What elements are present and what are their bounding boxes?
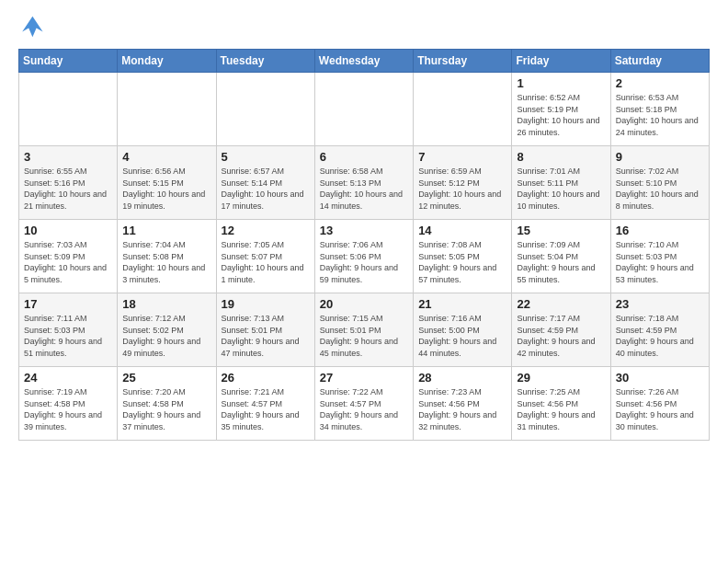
weekday-sunday: Sunday [19, 50, 118, 73]
weekday-friday: Friday [512, 50, 610, 73]
day-number: 23 [616, 297, 704, 311]
weekday-tuesday: Tuesday [216, 50, 314, 73]
calendar-cell [314, 73, 413, 146]
day-info: Sunrise: 7:20 AM Sunset: 4:58 PM Dayligh… [122, 386, 210, 432]
day-number: 27 [320, 371, 408, 385]
logo [18, 14, 48, 40]
day-number: 4 [122, 150, 210, 164]
calendar-cell: 21Sunrise: 7:16 AM Sunset: 5:00 PM Dayli… [414, 293, 512, 367]
day-number: 29 [517, 371, 605, 385]
week-row-3: 10Sunrise: 7:03 AM Sunset: 5:09 PM Dayli… [19, 220, 710, 293]
day-info: Sunrise: 6:59 AM Sunset: 5:12 PM Dayligh… [418, 166, 506, 212]
logo-icon [18, 14, 44, 40]
weekday-thursday: Thursday [414, 50, 512, 73]
day-info: Sunrise: 7:26 AM Sunset: 4:56 PM Dayligh… [616, 386, 704, 432]
day-number: 25 [122, 371, 210, 385]
calendar-table: SundayMondayTuesdayWednesdayThursdayFrid… [18, 49, 710, 441]
calendar-cell [216, 73, 314, 146]
week-row-4: 17Sunrise: 7:11 AM Sunset: 5:03 PM Dayli… [19, 293, 710, 367]
day-info: Sunrise: 7:15 AM Sunset: 5:01 PM Dayligh… [320, 313, 408, 359]
calendar-cell: 30Sunrise: 7:26 AM Sunset: 4:56 PM Dayli… [610, 367, 709, 441]
calendar-cell: 5Sunrise: 6:57 AM Sunset: 5:14 PM Daylig… [216, 146, 314, 220]
day-number: 11 [122, 224, 210, 237]
svg-marker-0 [22, 17, 42, 37]
day-info: Sunrise: 6:52 AM Sunset: 5:19 PM Dayligh… [517, 92, 605, 138]
day-number: 20 [320, 297, 408, 311]
day-info: Sunrise: 7:16 AM Sunset: 5:00 PM Dayligh… [418, 313, 506, 359]
day-info: Sunrise: 7:09 AM Sunset: 5:04 PM Dayligh… [517, 239, 605, 285]
calendar-cell: 9Sunrise: 7:02 AM Sunset: 5:10 PM Daylig… [610, 146, 709, 220]
calendar-cell: 11Sunrise: 7:04 AM Sunset: 5:08 PM Dayli… [118, 220, 216, 293]
day-info: Sunrise: 7:23 AM Sunset: 4:56 PM Dayligh… [418, 386, 506, 432]
calendar-cell: 10Sunrise: 7:03 AM Sunset: 5:09 PM Dayli… [19, 220, 118, 293]
day-info: Sunrise: 7:19 AM Sunset: 4:58 PM Dayligh… [24, 386, 112, 432]
day-number: 28 [418, 371, 506, 385]
calendar-cell: 2Sunrise: 6:53 AM Sunset: 5:18 PM Daylig… [610, 73, 709, 146]
page: SundayMondayTuesdayWednesdayThursdayFrid… [0, 0, 728, 450]
day-number: 21 [418, 297, 506, 311]
calendar-cell: 4Sunrise: 6:56 AM Sunset: 5:15 PM Daylig… [118, 146, 216, 220]
weekday-monday: Monday [118, 50, 216, 73]
day-info: Sunrise: 7:02 AM Sunset: 5:10 PM Dayligh… [616, 166, 704, 212]
day-number: 10 [24, 224, 112, 237]
calendar-cell: 16Sunrise: 7:10 AM Sunset: 5:03 PM Dayli… [610, 220, 709, 293]
calendar-cell: 22Sunrise: 7:17 AM Sunset: 4:59 PM Dayli… [512, 293, 610, 367]
calendar-cell [19, 73, 118, 146]
calendar-cell: 20Sunrise: 7:15 AM Sunset: 5:01 PM Dayli… [314, 293, 413, 367]
day-info: Sunrise: 6:53 AM Sunset: 5:18 PM Dayligh… [616, 92, 704, 138]
day-number: 13 [320, 224, 408, 237]
day-number: 12 [222, 224, 310, 237]
day-number: 7 [418, 150, 506, 164]
day-info: Sunrise: 7:17 AM Sunset: 4:59 PM Dayligh… [517, 313, 605, 359]
day-info: Sunrise: 6:55 AM Sunset: 5:16 PM Dayligh… [24, 166, 112, 212]
day-info: Sunrise: 7:13 AM Sunset: 5:01 PM Dayligh… [222, 313, 310, 359]
calendar-cell: 23Sunrise: 7:18 AM Sunset: 4:59 PM Dayli… [610, 293, 709, 367]
day-info: Sunrise: 6:57 AM Sunset: 5:14 PM Dayligh… [222, 166, 310, 212]
calendar-cell: 24Sunrise: 7:19 AM Sunset: 4:58 PM Dayli… [19, 367, 118, 441]
calendar-cell: 7Sunrise: 6:59 AM Sunset: 5:12 PM Daylig… [414, 146, 512, 220]
day-number: 5 [222, 150, 310, 164]
calendar-cell: 8Sunrise: 7:01 AM Sunset: 5:11 PM Daylig… [512, 146, 610, 220]
day-info: Sunrise: 7:25 AM Sunset: 4:56 PM Dayligh… [517, 386, 605, 432]
calendar-cell: 13Sunrise: 7:06 AM Sunset: 5:06 PM Dayli… [314, 220, 413, 293]
day-number: 19 [222, 297, 310, 311]
week-row-1: 1Sunrise: 6:52 AM Sunset: 5:19 PM Daylig… [19, 73, 710, 146]
day-number: 18 [122, 297, 210, 311]
calendar-cell: 15Sunrise: 7:09 AM Sunset: 5:04 PM Dayli… [512, 220, 610, 293]
day-number: 8 [517, 150, 605, 164]
week-row-5: 24Sunrise: 7:19 AM Sunset: 4:58 PM Dayli… [19, 367, 710, 441]
calendar-cell: 17Sunrise: 7:11 AM Sunset: 5:03 PM Dayli… [19, 293, 118, 367]
weekday-wednesday: Wednesday [314, 50, 413, 73]
day-number: 17 [24, 297, 112, 311]
day-info: Sunrise: 6:58 AM Sunset: 5:13 PM Dayligh… [320, 166, 408, 212]
calendar-cell: 12Sunrise: 7:05 AM Sunset: 5:07 PM Dayli… [216, 220, 314, 293]
calendar-cell: 29Sunrise: 7:25 AM Sunset: 4:56 PM Dayli… [512, 367, 610, 441]
header [18, 14, 710, 40]
day-number: 30 [616, 371, 704, 385]
day-info: Sunrise: 7:22 AM Sunset: 4:57 PM Dayligh… [320, 386, 408, 432]
day-number: 1 [517, 76, 605, 90]
day-info: Sunrise: 7:18 AM Sunset: 4:59 PM Dayligh… [616, 313, 704, 359]
calendar-cell: 26Sunrise: 7:21 AM Sunset: 4:57 PM Dayli… [216, 367, 314, 441]
day-number: 24 [24, 371, 112, 385]
day-info: Sunrise: 7:08 AM Sunset: 5:05 PM Dayligh… [418, 239, 506, 285]
day-info: Sunrise: 7:03 AM Sunset: 5:09 PM Dayligh… [24, 239, 112, 285]
calendar-cell: 18Sunrise: 7:12 AM Sunset: 5:02 PM Dayli… [118, 293, 216, 367]
day-info: Sunrise: 7:11 AM Sunset: 5:03 PM Dayligh… [24, 313, 112, 359]
weekday-header-row: SundayMondayTuesdayWednesdayThursdayFrid… [19, 50, 710, 73]
calendar-cell: 27Sunrise: 7:22 AM Sunset: 4:57 PM Dayli… [314, 367, 413, 441]
calendar-cell: 28Sunrise: 7:23 AM Sunset: 4:56 PM Dayli… [414, 367, 512, 441]
day-info: Sunrise: 7:10 AM Sunset: 5:03 PM Dayligh… [616, 239, 704, 285]
day-info: Sunrise: 7:04 AM Sunset: 5:08 PM Dayligh… [122, 239, 210, 285]
calendar-cell: 19Sunrise: 7:13 AM Sunset: 5:01 PM Dayli… [216, 293, 314, 367]
calendar-cell: 6Sunrise: 6:58 AM Sunset: 5:13 PM Daylig… [314, 146, 413, 220]
day-number: 9 [616, 150, 704, 164]
day-number: 2 [616, 76, 704, 90]
day-number: 22 [517, 297, 605, 311]
calendar-cell: 1Sunrise: 6:52 AM Sunset: 5:19 PM Daylig… [512, 73, 610, 146]
day-number: 6 [320, 150, 408, 164]
weekday-saturday: Saturday [610, 50, 709, 73]
day-info: Sunrise: 7:05 AM Sunset: 5:07 PM Dayligh… [222, 239, 310, 285]
day-info: Sunrise: 7:21 AM Sunset: 4:57 PM Dayligh… [222, 386, 310, 432]
calendar-cell [118, 73, 216, 146]
